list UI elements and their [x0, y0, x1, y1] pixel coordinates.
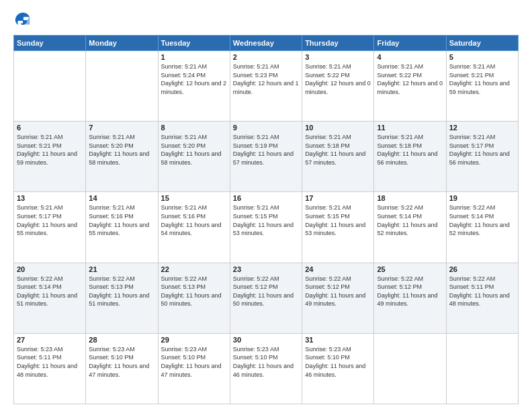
- day-cell: 7Sunrise: 5:21 AMSunset: 5:20 PMDaylight…: [86, 122, 158, 192]
- day-number: 16: [233, 194, 299, 202]
- weekday-header-sunday: Sunday: [14, 36, 86, 51]
- weekday-header-thursday: Thursday: [302, 36, 374, 51]
- day-cell: 26Sunrise: 5:22 AMSunset: 5:11 PMDayligh…: [446, 263, 518, 333]
- day-detail: Sunrise: 5:22 AMSunset: 5:14 PMDaylight:…: [449, 203, 515, 237]
- day-cell: 11Sunrise: 5:21 AMSunset: 5:18 PMDayligh…: [374, 122, 446, 192]
- day-cell: 31Sunrise: 5:23 AMSunset: 5:10 PMDayligh…: [302, 333, 374, 404]
- day-cell: 9Sunrise: 5:21 AMSunset: 5:19 PMDaylight…: [230, 122, 302, 192]
- day-number: 13: [17, 194, 83, 202]
- day-cell: 14Sunrise: 5:21 AMSunset: 5:16 PMDayligh…: [86, 192, 158, 263]
- day-cell: [446, 333, 518, 404]
- day-cell: 24Sunrise: 5:22 AMSunset: 5:12 PMDayligh…: [302, 263, 374, 333]
- logo: [13, 11, 35, 30]
- day-detail: Sunrise: 5:21 AMSunset: 5:17 PMDaylight:…: [449, 133, 515, 167]
- day-cell: 21Sunrise: 5:22 AMSunset: 5:13 PMDayligh…: [86, 263, 158, 333]
- day-number: 11: [377, 124, 443, 132]
- weekday-header-monday: Monday: [86, 36, 158, 51]
- page: SundayMondayTuesdayWednesdayThursdayFrid…: [0, 0, 532, 411]
- day-cell: 4Sunrise: 5:21 AMSunset: 5:22 PMDaylight…: [374, 51, 446, 122]
- day-detail: Sunrise: 5:23 AMSunset: 5:10 PMDaylight:…: [305, 345, 371, 379]
- day-cell: 17Sunrise: 5:21 AMSunset: 5:15 PMDayligh…: [302, 192, 374, 263]
- day-detail: Sunrise: 5:23 AMSunset: 5:10 PMDaylight:…: [89, 345, 154, 379]
- day-cell: 27Sunrise: 5:23 AMSunset: 5:11 PMDayligh…: [14, 333, 86, 404]
- day-cell: 23Sunrise: 5:22 AMSunset: 5:12 PMDayligh…: [230, 263, 302, 333]
- day-cell: [86, 51, 158, 122]
- day-detail: Sunrise: 5:21 AMSunset: 5:24 PMDaylight:…: [161, 62, 227, 96]
- day-number: 14: [89, 194, 154, 202]
- day-number: 27: [17, 336, 83, 344]
- day-detail: Sunrise: 5:21 AMSunset: 5:19 PMDaylight:…: [233, 133, 299, 167]
- day-number: 24: [305, 265, 371, 273]
- day-number: 5: [449, 53, 515, 61]
- day-cell: 25Sunrise: 5:22 AMSunset: 5:12 PMDayligh…: [374, 263, 446, 333]
- day-detail: Sunrise: 5:21 AMSunset: 5:22 PMDaylight:…: [377, 62, 443, 96]
- day-cell: 15Sunrise: 5:21 AMSunset: 5:16 PMDayligh…: [158, 192, 230, 263]
- day-detail: Sunrise: 5:22 AMSunset: 5:12 PMDaylight:…: [305, 275, 371, 308]
- day-detail: Sunrise: 5:21 AMSunset: 5:21 PMDaylight:…: [17, 133, 83, 167]
- day-cell: 19Sunrise: 5:22 AMSunset: 5:14 PMDayligh…: [446, 192, 518, 263]
- day-number: 17: [305, 194, 371, 202]
- day-number: 19: [449, 194, 515, 202]
- weekday-header-tuesday: Tuesday: [158, 36, 230, 51]
- day-number: 12: [449, 124, 515, 132]
- day-cell: 30Sunrise: 5:23 AMSunset: 5:10 PMDayligh…: [230, 333, 302, 404]
- day-detail: Sunrise: 5:22 AMSunset: 5:12 PMDaylight:…: [233, 275, 299, 308]
- day-number: 25: [377, 265, 443, 273]
- day-detail: Sunrise: 5:22 AMSunset: 5:14 PMDaylight:…: [377, 203, 443, 237]
- day-cell: 5Sunrise: 5:21 AMSunset: 5:21 PMDaylight…: [446, 51, 518, 122]
- weekday-header-wednesday: Wednesday: [230, 36, 302, 51]
- day-cell: 1Sunrise: 5:21 AMSunset: 5:24 PMDaylight…: [158, 51, 230, 122]
- day-number: 3: [305, 53, 371, 61]
- day-cell: 16Sunrise: 5:21 AMSunset: 5:15 PMDayligh…: [230, 192, 302, 263]
- day-cell: 22Sunrise: 5:22 AMSunset: 5:13 PMDayligh…: [158, 263, 230, 333]
- weekday-header-row: SundayMondayTuesdayWednesdayThursdayFrid…: [14, 36, 519, 51]
- day-detail: Sunrise: 5:21 AMSunset: 5:15 PMDaylight:…: [305, 203, 371, 237]
- day-detail: Sunrise: 5:22 AMSunset: 5:13 PMDaylight:…: [89, 275, 154, 308]
- day-detail: Sunrise: 5:22 AMSunset: 5:11 PMDaylight:…: [449, 275, 515, 308]
- day-number: 22: [161, 265, 227, 273]
- day-cell: [14, 51, 86, 122]
- day-cell: 2Sunrise: 5:21 AMSunset: 5:23 PMDaylight…: [230, 51, 302, 122]
- day-cell: [374, 333, 446, 404]
- day-detail: Sunrise: 5:21 AMSunset: 5:18 PMDaylight:…: [377, 133, 443, 167]
- day-number: 20: [17, 265, 83, 273]
- day-cell: 6Sunrise: 5:21 AMSunset: 5:21 PMDaylight…: [14, 122, 86, 192]
- weekday-header-saturday: Saturday: [446, 36, 518, 51]
- day-number: 1: [161, 53, 227, 61]
- day-number: 29: [161, 336, 227, 344]
- week-row-4: 20Sunrise: 5:22 AMSunset: 5:14 PMDayligh…: [14, 263, 519, 333]
- day-detail: Sunrise: 5:23 AMSunset: 5:11 PMDaylight:…: [17, 345, 83, 379]
- day-number: 15: [161, 194, 227, 202]
- day-detail: Sunrise: 5:22 AMSunset: 5:12 PMDaylight:…: [377, 275, 443, 308]
- header: [13, 11, 519, 30]
- day-number: 6: [17, 124, 83, 132]
- week-row-1: 1Sunrise: 5:21 AMSunset: 5:24 PMDaylight…: [14, 51, 519, 122]
- day-number: 28: [89, 336, 154, 344]
- day-number: 23: [233, 265, 299, 273]
- day-detail: Sunrise: 5:21 AMSunset: 5:17 PMDaylight:…: [17, 203, 83, 237]
- day-detail: Sunrise: 5:21 AMSunset: 5:16 PMDaylight:…: [161, 203, 227, 237]
- day-number: 8: [161, 124, 227, 132]
- day-detail: Sunrise: 5:21 AMSunset: 5:16 PMDaylight:…: [89, 203, 154, 237]
- day-detail: Sunrise: 5:21 AMSunset: 5:20 PMDaylight:…: [89, 133, 154, 167]
- day-cell: 3Sunrise: 5:21 AMSunset: 5:22 PMDaylight…: [302, 51, 374, 122]
- day-number: 26: [449, 265, 515, 273]
- calendar-table: SundayMondayTuesdayWednesdayThursdayFrid…: [13, 35, 519, 404]
- day-number: 10: [305, 124, 371, 132]
- day-detail: Sunrise: 5:22 AMSunset: 5:14 PMDaylight:…: [17, 275, 83, 308]
- day-number: 9: [233, 124, 299, 132]
- day-detail: Sunrise: 5:21 AMSunset: 5:23 PMDaylight:…: [233, 62, 299, 96]
- day-detail: Sunrise: 5:21 AMSunset: 5:15 PMDaylight:…: [233, 203, 299, 237]
- day-cell: 20Sunrise: 5:22 AMSunset: 5:14 PMDayligh…: [14, 263, 86, 333]
- day-detail: Sunrise: 5:21 AMSunset: 5:22 PMDaylight:…: [305, 62, 371, 96]
- day-cell: 29Sunrise: 5:23 AMSunset: 5:10 PMDayligh…: [158, 333, 230, 404]
- day-cell: 10Sunrise: 5:21 AMSunset: 5:18 PMDayligh…: [302, 122, 374, 192]
- day-detail: Sunrise: 5:21 AMSunset: 5:18 PMDaylight:…: [305, 133, 371, 167]
- day-cell: 12Sunrise: 5:21 AMSunset: 5:17 PMDayligh…: [446, 122, 518, 192]
- day-number: 21: [89, 265, 154, 273]
- week-row-3: 13Sunrise: 5:21 AMSunset: 5:17 PMDayligh…: [14, 192, 519, 263]
- day-cell: 8Sunrise: 5:21 AMSunset: 5:20 PMDaylight…: [158, 122, 230, 192]
- day-detail: Sunrise: 5:23 AMSunset: 5:10 PMDaylight:…: [233, 345, 299, 379]
- week-row-2: 6Sunrise: 5:21 AMSunset: 5:21 PMDaylight…: [14, 122, 519, 192]
- day-detail: Sunrise: 5:21 AMSunset: 5:21 PMDaylight:…: [449, 62, 515, 96]
